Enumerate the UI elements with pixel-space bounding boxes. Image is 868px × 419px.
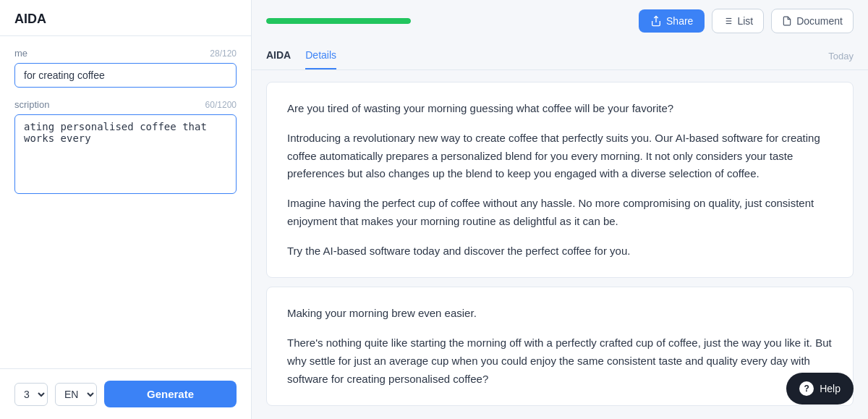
tab-aida[interactable]: AIDA — [266, 42, 291, 69]
help-button[interactable]: ? Help — [786, 373, 854, 405]
help-label: Help — [820, 383, 841, 394]
right-panel: Share List Document AIDA Details — [252, 0, 868, 419]
language-select[interactable]: EN FR DE ES — [55, 383, 97, 406]
card1-p4: Try the AI-based software today and disc… — [287, 242, 833, 261]
right-header: Share List Document — [252, 0, 868, 42]
content-area: Are you tired of wasting your morning gu… — [252, 70, 868, 419]
card2-p2: There's nothing quite like starting the … — [287, 334, 833, 388]
header-right-actions: Share List Document — [639, 9, 854, 33]
list-icon — [723, 16, 733, 26]
form-section: me 28/120 scription 60/1200 ating person… — [0, 36, 251, 368]
name-field-group: me 28/120 — [14, 48, 237, 88]
tabs-left: AIDA Details — [266, 42, 336, 69]
tab-date: Today — [828, 51, 854, 62]
left-panel-header: AIDA — [0, 0, 251, 36]
card1-p3: Imagine having the perfect cup of coffee… — [287, 195, 833, 231]
card1-p2: Introducing a revolutionary new way to c… — [287, 130, 833, 183]
list-button[interactable]: List — [712, 9, 764, 33]
name-label-row: me 28/120 — [14, 48, 237, 59]
left-panel-title: AIDA — [14, 12, 46, 26]
description-label-row: scription 60/1200 — [14, 99, 237, 110]
description-label: scription — [14, 99, 49, 110]
left-panel: AIDA me 28/120 scription 60/1200 ating p… — [0, 0, 252, 419]
tabs-row: AIDA Details Today — [252, 42, 868, 70]
progress-bar-container — [266, 18, 411, 24]
document-icon — [782, 16, 792, 26]
content-card-1: Are you tired of wasting your morning gu… — [266, 82, 854, 278]
document-button[interactable]: Document — [771, 9, 854, 33]
name-input[interactable] — [14, 63, 237, 88]
tab-details[interactable]: Details — [305, 42, 336, 69]
progress-bar-fill — [266, 18, 411, 24]
generate-button[interactable]: Generate — [104, 381, 237, 407]
description-field-group: scription 60/1200 ating personalised cof… — [14, 99, 237, 197]
card2-p1: Making your morning brew even easier. — [287, 305, 833, 323]
share-button[interactable]: Share — [639, 9, 705, 33]
description-textarea[interactable]: ating personalised coffee that works eve… — [14, 114, 237, 194]
name-label: me — [14, 48, 27, 59]
bottom-controls: 3 1 2 4 5 EN FR DE ES Generate — [0, 368, 251, 419]
quantity-select[interactable]: 3 1 2 4 5 — [14, 383, 48, 406]
description-counter: 60/1200 — [205, 100, 237, 110]
card1-p1: Are you tired of wasting your morning gu… — [287, 100, 833, 118]
share-icon — [650, 15, 662, 27]
name-counter: 28/120 — [210, 48, 237, 59]
content-card-2: Making your morning brew even easier. Th… — [266, 287, 854, 406]
help-icon: ? — [799, 381, 814, 396]
